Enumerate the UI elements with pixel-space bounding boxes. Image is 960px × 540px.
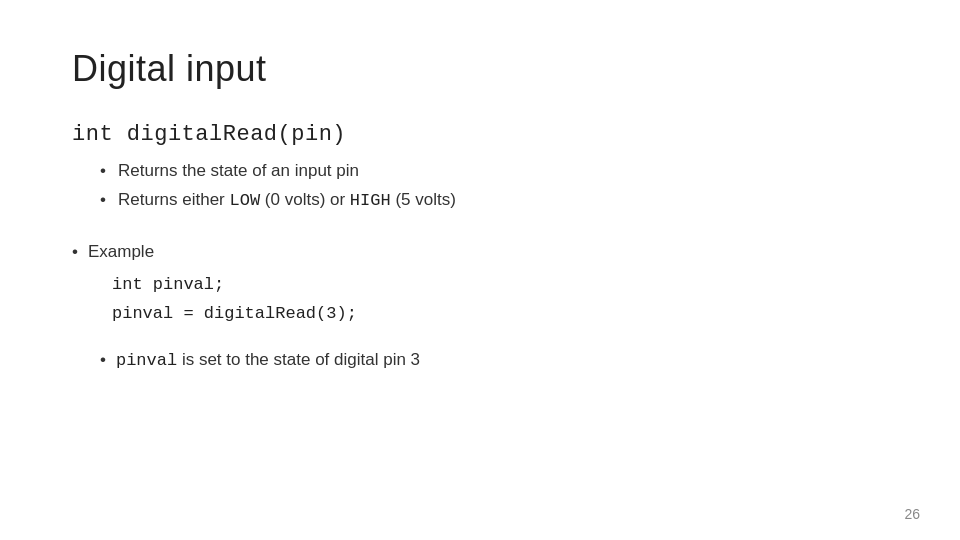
bullet-item-2: Returns either LOW (0 volts) or HIGH (5 … [100, 186, 888, 216]
example-label: Example [88, 238, 154, 267]
bullet-list: Returns the state of an input pin Return… [100, 157, 888, 216]
function-signature-text: int digitalRead(pin) [72, 122, 346, 147]
example-section: • Example int pinval; pinval = digitalRe… [72, 238, 888, 329]
high-code: HIGH [350, 191, 391, 210]
pinval-bullet: • pinval is set to the state of digital … [100, 346, 888, 376]
code-line-2: pinval = digitalRead(3); [112, 300, 888, 329]
pinval-suffix: is set to the state of digital pin 3 [177, 350, 420, 369]
code-block: int pinval; pinval = digitalRead(3); [112, 271, 888, 329]
function-signature: int digitalRead(pin) [72, 122, 888, 147]
pinval-code: pinval [116, 351, 177, 370]
bullet-text-1: Returns the state of an input pin [118, 161, 359, 180]
slide-title: Digital input [72, 48, 888, 90]
example-bullet-dot: • [72, 238, 78, 267]
code-line-1: int pinval; [112, 271, 888, 300]
pinval-text: pinval is set to the state of digital pi… [116, 346, 420, 376]
slide: Digital input int digitalRead(pin) Retur… [0, 0, 960, 540]
example-bullet: • Example [72, 238, 888, 267]
pinval-bullet-dot: • [100, 350, 106, 370]
low-code: LOW [230, 191, 261, 210]
page-number: 26 [904, 506, 920, 522]
bullet-item-1: Returns the state of an input pin [100, 157, 888, 186]
